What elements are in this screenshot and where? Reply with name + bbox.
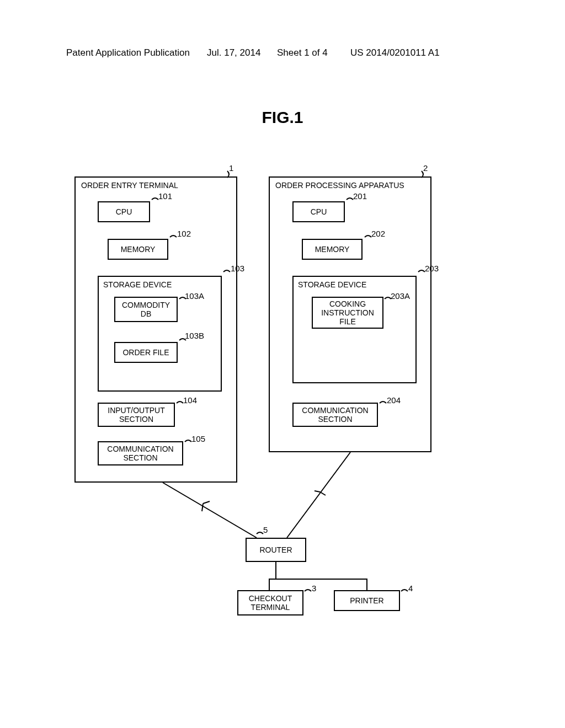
header-publication-type: Patent Application Publication <box>66 47 190 58</box>
diagram-stage: ORDER ENTRY TERMINAL CPU MEMORY STORAGE … <box>74 160 491 656</box>
header-date: Jul. 17, 2014 <box>207 47 260 58</box>
lead-oet-com <box>185 440 191 442</box>
lead-oet-io <box>177 402 183 403</box>
page: Patent Application Publication Jul. 17, … <box>0 0 565 728</box>
wire-opa-router <box>287 452 350 538</box>
lead-opa-cpu <box>347 198 353 200</box>
wire-router-chk <box>269 562 276 590</box>
lead-oet-cpu <box>152 198 158 200</box>
figure-title: FIG.1 <box>0 108 565 127</box>
lead-oet-of <box>179 339 186 340</box>
lead-opa <box>422 171 423 178</box>
header-sheet: Sheet 1 of 4 <box>277 47 328 58</box>
lead-prn <box>401 590 408 591</box>
wire-oet-router <box>163 483 257 538</box>
lead-opa-mem <box>365 235 371 237</box>
wire-router-prn <box>276 579 367 590</box>
lead-router <box>257 532 263 534</box>
lead-opa-com <box>380 402 386 403</box>
lead-oet-db <box>179 297 186 299</box>
lead-opa-sd <box>418 270 425 272</box>
lead-oet-mem <box>170 235 177 237</box>
lead-chk <box>305 590 311 591</box>
header-pubno: US 2014/0201011 A1 <box>350 47 440 58</box>
lead-oet-sd <box>223 270 230 272</box>
wires-layer <box>74 160 491 656</box>
lead-oet <box>227 171 229 178</box>
lead-opa-cif <box>385 297 391 299</box>
